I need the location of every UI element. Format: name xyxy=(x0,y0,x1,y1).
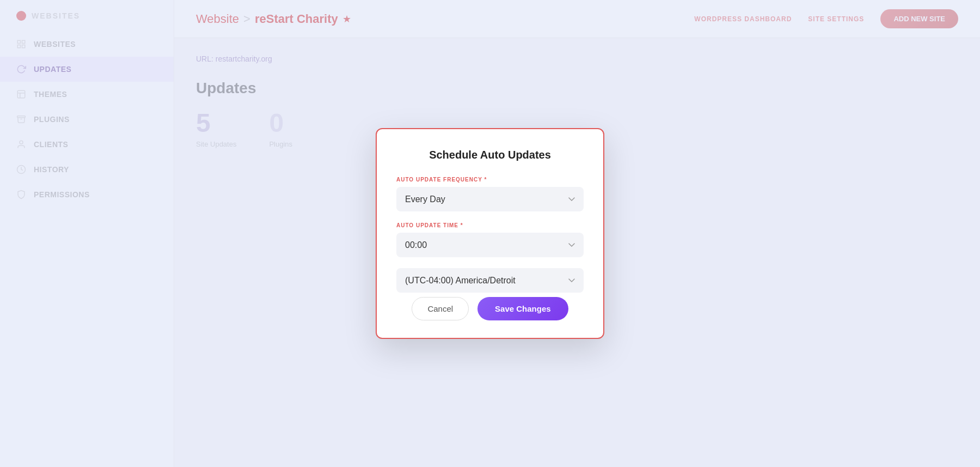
time-select[interactable]: 00:00 01:00 02:00 03:00 04:00 05:00 06:0… xyxy=(396,233,584,257)
modal-overlay: Schedule Auto Updates AUTO UPDATE FREQUE… xyxy=(0,0,980,467)
frequency-required: * xyxy=(484,177,487,183)
timezone-select[interactable]: (UTC-04:00) America/Detroit (UTC-05:00) … xyxy=(396,268,584,293)
time-required: * xyxy=(461,222,463,228)
frequency-select[interactable]: Every Day Every Week Every Month xyxy=(396,187,584,211)
modal-title: Schedule Auto Updates xyxy=(396,149,584,161)
save-changes-button[interactable]: Save Changes xyxy=(477,297,568,320)
schedule-auto-updates-modal: Schedule Auto Updates AUTO UPDATE FREQUE… xyxy=(376,128,604,339)
time-label: AUTO UPDATE TIME * xyxy=(396,222,584,228)
modal-footer: Cancel Save Changes xyxy=(396,297,584,320)
frequency-label: AUTO UPDATE FREQUENCY * xyxy=(396,177,584,183)
cancel-button[interactable]: Cancel xyxy=(412,297,469,320)
